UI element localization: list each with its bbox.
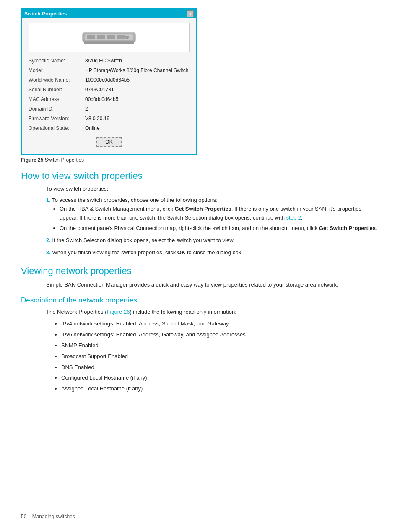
- get-switch-properties-bold: Get Switch Properties: [175, 206, 231, 212]
- dialog-field-label: Domain ID:: [29, 105, 85, 113]
- step-number: 2.: [46, 237, 51, 243]
- dialog-field-value: 0743C01781: [85, 86, 114, 93]
- svg-rect-5: [117, 35, 125, 39]
- steps-list: 1. To access the switch properties, choo…: [46, 196, 379, 257]
- dialog-field-label: Symbolic Name:: [29, 57, 85, 65]
- dialog-field-label: Model:: [29, 67, 85, 74]
- dialog-field-label: World-wide Name:: [29, 76, 85, 84]
- step-item: 1. To access the switch properties, choo…: [46, 196, 379, 233]
- switch-image-area: [29, 23, 190, 52]
- dialog-field-label: MAC Address:: [29, 96, 85, 103]
- dialog-field-label: Operational State:: [29, 124, 85, 132]
- description-bullet-item: Configured Local Hostname (if any): [61, 374, 379, 382]
- dialog-ok-button[interactable]: OK: [96, 137, 122, 147]
- description-bullets: IPv4 network settings: Enabled, Address,…: [55, 320, 379, 393]
- dialog-close-button[interactable]: ×: [187, 10, 194, 17]
- svg-rect-7: [84, 42, 134, 44]
- dialog-field-row: MAC Address:00c0dd0d64b5: [29, 96, 190, 103]
- dialog-field-label: Firmware Version:: [29, 115, 85, 122]
- dialog-field-row: Symbolic Name:8/20q FC Switch: [29, 57, 190, 65]
- step-item: 2. If the Switch Selection dialog box op…: [46, 236, 379, 245]
- dialog-fields: Symbolic Name:8/20q FC SwitchModel:HP St…: [29, 57, 190, 132]
- description-bullet-item: Assigned Local Hostname (if any): [61, 385, 379, 393]
- dialog-field-value: V8.0.20.19: [85, 115, 109, 122]
- dialog-titlebar: Switch Properties ×: [22, 9, 196, 18]
- description-bullet-item: IPv6 network settings: Enabled, Address,…: [61, 331, 379, 339]
- dialog-container: Switch Properties × Symbol: [21, 8, 379, 155]
- dialog-field-row: Operational State:Online: [29, 124, 190, 132]
- dialog-ok-row: OK: [29, 137, 190, 147]
- description-bullet-item: IPv4 network settings: Enabled, Address,…: [61, 320, 379, 328]
- svg-rect-3: [97, 35, 105, 39]
- svg-rect-4: [107, 35, 115, 39]
- viewing-heading: Viewing network properties: [21, 266, 379, 276]
- ok-bold: OK: [177, 249, 186, 256]
- step-bullets: On the HBA & Switch Management menu, cli…: [53, 205, 379, 233]
- description-bullet-item: Broadcast Support Enabled: [61, 352, 379, 361]
- viewing-body: Simple SAN Connection Manager provides a…: [46, 281, 379, 289]
- how-to-heading: How to view switch properties: [21, 170, 379, 181]
- dialog-field-value: 2: [85, 105, 88, 113]
- step2-link[interactable]: step 2: [286, 214, 301, 221]
- dialog-field-row: Firmware Version:V8.0.20.19: [29, 115, 190, 122]
- description-heading: Description of the network properties: [21, 296, 379, 305]
- dialog-field-value: 8/20q FC Switch: [85, 57, 122, 65]
- switch-graphic-svg: [82, 29, 136, 45]
- dialog-content: Symbolic Name:8/20q FC SwitchModel:HP St…: [22, 18, 196, 154]
- dialog-field-row: Domain ID:2: [29, 105, 190, 113]
- dialog-field-row: World-wide Name:100000c0dd0d64b5: [29, 76, 190, 84]
- switch-properties-dialog: Switch Properties × Symbol: [21, 8, 197, 155]
- figure-caption: Figure 25 Switch Properties: [21, 157, 379, 163]
- dialog-title: Switch Properties: [24, 11, 67, 17]
- get-switch-properties-bold: Get Switch Properties: [319, 225, 376, 231]
- dialog-field-value: HP StorageWorks 8/20q Fibre Channel Swit…: [85, 67, 188, 74]
- description-bullet-item: SNMP Enabled: [61, 341, 379, 350]
- footer: 50 Managing switches: [21, 514, 75, 519]
- step-bullet-item: On the content pane's Physical Connectio…: [60, 224, 379, 233]
- how-to-intro: To view switch properties:: [46, 186, 379, 192]
- step-item: 3. When you finish viewing the switch pr…: [46, 248, 379, 257]
- svg-point-6: [125, 36, 129, 39]
- figure26-link[interactable]: Figure 26: [107, 309, 130, 315]
- dialog-field-value: 00c0dd0d64b5: [85, 96, 118, 103]
- description-intro: The Network Properties (Figure 26) inclu…: [46, 308, 379, 317]
- step-number: 1.: [46, 197, 51, 203]
- step-bullet-item: On the HBA & Switch Management menu, cli…: [60, 205, 379, 222]
- dialog-field-value: 100000c0dd0d64b5: [85, 76, 130, 84]
- steps-container: 1. To access the switch properties, choo…: [21, 196, 379, 257]
- dialog-field-row: Model:HP StorageWorks 8/20q Fibre Channe…: [29, 67, 190, 74]
- description-bullet-item: DNS Enabled: [61, 363, 379, 372]
- figure-label: Figure 25: [21, 157, 45, 163]
- dialog-field-label: Serial Number:: [29, 86, 85, 93]
- dialog-field-value: Online: [85, 124, 100, 132]
- dialog-field-row: Serial Number:0743C01781: [29, 86, 190, 93]
- step-number: 3.: [46, 249, 51, 256]
- svg-rect-2: [87, 35, 95, 39]
